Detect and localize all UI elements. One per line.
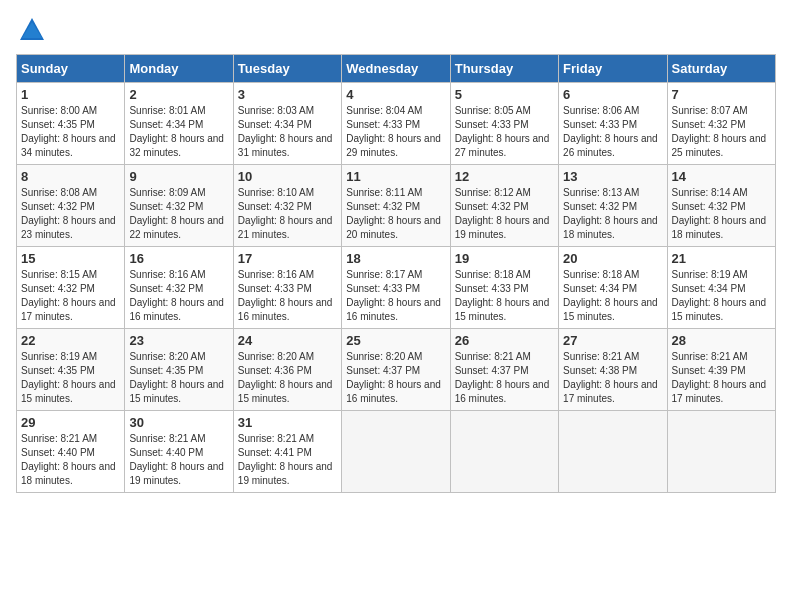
- col-header-sunday: Sunday: [17, 55, 125, 83]
- day-info: Sunrise: 8:21 AMSunset: 4:40 PMDaylight:…: [129, 432, 228, 488]
- calendar-cell: 6Sunrise: 8:06 AMSunset: 4:33 PMDaylight…: [559, 83, 667, 165]
- day-number: 2: [129, 87, 228, 102]
- calendar-cell: 4Sunrise: 8:04 AMSunset: 4:33 PMDaylight…: [342, 83, 450, 165]
- day-number: 6: [563, 87, 662, 102]
- day-info: Sunrise: 8:07 AMSunset: 4:32 PMDaylight:…: [672, 104, 771, 160]
- col-header-saturday: Saturday: [667, 55, 775, 83]
- calendar-cell: 22Sunrise: 8:19 AMSunset: 4:35 PMDayligh…: [17, 329, 125, 411]
- day-info: Sunrise: 8:18 AMSunset: 4:33 PMDaylight:…: [455, 268, 554, 324]
- logo: [16, 16, 46, 44]
- calendar-cell: 8Sunrise: 8:08 AMSunset: 4:32 PMDaylight…: [17, 165, 125, 247]
- col-header-thursday: Thursday: [450, 55, 558, 83]
- day-number: 27: [563, 333, 662, 348]
- calendar-cell: 10Sunrise: 8:10 AMSunset: 4:32 PMDayligh…: [233, 165, 341, 247]
- day-number: 25: [346, 333, 445, 348]
- day-info: Sunrise: 8:21 AMSunset: 4:40 PMDaylight:…: [21, 432, 120, 488]
- calendar-cell: 15Sunrise: 8:15 AMSunset: 4:32 PMDayligh…: [17, 247, 125, 329]
- day-info: Sunrise: 8:14 AMSunset: 4:32 PMDaylight:…: [672, 186, 771, 242]
- day-number: 28: [672, 333, 771, 348]
- day-number: 13: [563, 169, 662, 184]
- day-number: 4: [346, 87, 445, 102]
- day-number: 18: [346, 251, 445, 266]
- day-number: 29: [21, 415, 120, 430]
- day-number: 15: [21, 251, 120, 266]
- calendar-cell: [667, 411, 775, 493]
- calendar-cell: [342, 411, 450, 493]
- day-number: 16: [129, 251, 228, 266]
- calendar-cell: 24Sunrise: 8:20 AMSunset: 4:36 PMDayligh…: [233, 329, 341, 411]
- day-number: 14: [672, 169, 771, 184]
- calendar-cell: 21Sunrise: 8:19 AMSunset: 4:34 PMDayligh…: [667, 247, 775, 329]
- col-header-wednesday: Wednesday: [342, 55, 450, 83]
- day-number: 21: [672, 251, 771, 266]
- calendar-cell: [559, 411, 667, 493]
- day-number: 20: [563, 251, 662, 266]
- day-info: Sunrise: 8:03 AMSunset: 4:34 PMDaylight:…: [238, 104, 337, 160]
- calendar-cell: 7Sunrise: 8:07 AMSunset: 4:32 PMDaylight…: [667, 83, 775, 165]
- day-number: 30: [129, 415, 228, 430]
- day-info: Sunrise: 8:01 AMSunset: 4:34 PMDaylight:…: [129, 104, 228, 160]
- day-info: Sunrise: 8:20 AMSunset: 4:37 PMDaylight:…: [346, 350, 445, 406]
- day-info: Sunrise: 8:21 AMSunset: 4:39 PMDaylight:…: [672, 350, 771, 406]
- day-info: Sunrise: 8:20 AMSunset: 4:36 PMDaylight:…: [238, 350, 337, 406]
- day-info: Sunrise: 8:09 AMSunset: 4:32 PMDaylight:…: [129, 186, 228, 242]
- day-info: Sunrise: 8:16 AMSunset: 4:33 PMDaylight:…: [238, 268, 337, 324]
- day-info: Sunrise: 8:18 AMSunset: 4:34 PMDaylight:…: [563, 268, 662, 324]
- col-header-monday: Monday: [125, 55, 233, 83]
- day-info: Sunrise: 8:05 AMSunset: 4:33 PMDaylight:…: [455, 104, 554, 160]
- day-number: 17: [238, 251, 337, 266]
- calendar-header: SundayMondayTuesdayWednesdayThursdayFrid…: [17, 55, 776, 83]
- day-number: 19: [455, 251, 554, 266]
- day-number: 3: [238, 87, 337, 102]
- calendar-cell: 11Sunrise: 8:11 AMSunset: 4:32 PMDayligh…: [342, 165, 450, 247]
- day-info: Sunrise: 8:10 AMSunset: 4:32 PMDaylight:…: [238, 186, 337, 242]
- calendar-cell: 1Sunrise: 8:00 AMSunset: 4:35 PMDaylight…: [17, 83, 125, 165]
- calendar-cell: 17Sunrise: 8:16 AMSunset: 4:33 PMDayligh…: [233, 247, 341, 329]
- day-number: 1: [21, 87, 120, 102]
- col-header-friday: Friday: [559, 55, 667, 83]
- day-info: Sunrise: 8:17 AMSunset: 4:33 PMDaylight:…: [346, 268, 445, 324]
- day-number: 11: [346, 169, 445, 184]
- day-info: Sunrise: 8:04 AMSunset: 4:33 PMDaylight:…: [346, 104, 445, 160]
- calendar-cell: 19Sunrise: 8:18 AMSunset: 4:33 PMDayligh…: [450, 247, 558, 329]
- week-row-5: 29Sunrise: 8:21 AMSunset: 4:40 PMDayligh…: [17, 411, 776, 493]
- week-row-2: 8Sunrise: 8:08 AMSunset: 4:32 PMDaylight…: [17, 165, 776, 247]
- calendar-cell: 3Sunrise: 8:03 AMSunset: 4:34 PMDaylight…: [233, 83, 341, 165]
- calendar-cell: 27Sunrise: 8:21 AMSunset: 4:38 PMDayligh…: [559, 329, 667, 411]
- day-number: 7: [672, 87, 771, 102]
- calendar-cell: 26Sunrise: 8:21 AMSunset: 4:37 PMDayligh…: [450, 329, 558, 411]
- day-number: 12: [455, 169, 554, 184]
- day-info: Sunrise: 8:16 AMSunset: 4:32 PMDaylight:…: [129, 268, 228, 324]
- calendar-cell: 2Sunrise: 8:01 AMSunset: 4:34 PMDaylight…: [125, 83, 233, 165]
- calendar-cell: 14Sunrise: 8:14 AMSunset: 4:32 PMDayligh…: [667, 165, 775, 247]
- day-number: 23: [129, 333, 228, 348]
- week-row-4: 22Sunrise: 8:19 AMSunset: 4:35 PMDayligh…: [17, 329, 776, 411]
- day-number: 9: [129, 169, 228, 184]
- calendar-cell: 25Sunrise: 8:20 AMSunset: 4:37 PMDayligh…: [342, 329, 450, 411]
- day-number: 22: [21, 333, 120, 348]
- calendar-cell: 30Sunrise: 8:21 AMSunset: 4:40 PMDayligh…: [125, 411, 233, 493]
- day-number: 31: [238, 415, 337, 430]
- day-info: Sunrise: 8:21 AMSunset: 4:38 PMDaylight:…: [563, 350, 662, 406]
- calendar-cell: [450, 411, 558, 493]
- day-info: Sunrise: 8:13 AMSunset: 4:32 PMDaylight:…: [563, 186, 662, 242]
- calendar-cell: 9Sunrise: 8:09 AMSunset: 4:32 PMDaylight…: [125, 165, 233, 247]
- day-info: Sunrise: 8:19 AMSunset: 4:35 PMDaylight:…: [21, 350, 120, 406]
- header: [16, 16, 776, 44]
- day-info: Sunrise: 8:21 AMSunset: 4:37 PMDaylight:…: [455, 350, 554, 406]
- day-info: Sunrise: 8:19 AMSunset: 4:34 PMDaylight:…: [672, 268, 771, 324]
- calendar-cell: 20Sunrise: 8:18 AMSunset: 4:34 PMDayligh…: [559, 247, 667, 329]
- day-number: 8: [21, 169, 120, 184]
- calendar-cell: 23Sunrise: 8:20 AMSunset: 4:35 PMDayligh…: [125, 329, 233, 411]
- calendar-cell: 12Sunrise: 8:12 AMSunset: 4:32 PMDayligh…: [450, 165, 558, 247]
- day-info: Sunrise: 8:15 AMSunset: 4:32 PMDaylight:…: [21, 268, 120, 324]
- day-number: 26: [455, 333, 554, 348]
- day-info: Sunrise: 8:12 AMSunset: 4:32 PMDaylight:…: [455, 186, 554, 242]
- calendar-cell: 31Sunrise: 8:21 AMSunset: 4:41 PMDayligh…: [233, 411, 341, 493]
- day-number: 5: [455, 87, 554, 102]
- calendar-cell: 18Sunrise: 8:17 AMSunset: 4:33 PMDayligh…: [342, 247, 450, 329]
- day-info: Sunrise: 8:06 AMSunset: 4:33 PMDaylight:…: [563, 104, 662, 160]
- day-info: Sunrise: 8:00 AMSunset: 4:35 PMDaylight:…: [21, 104, 120, 160]
- calendar: SundayMondayTuesdayWednesdayThursdayFrid…: [16, 54, 776, 493]
- day-number: 24: [238, 333, 337, 348]
